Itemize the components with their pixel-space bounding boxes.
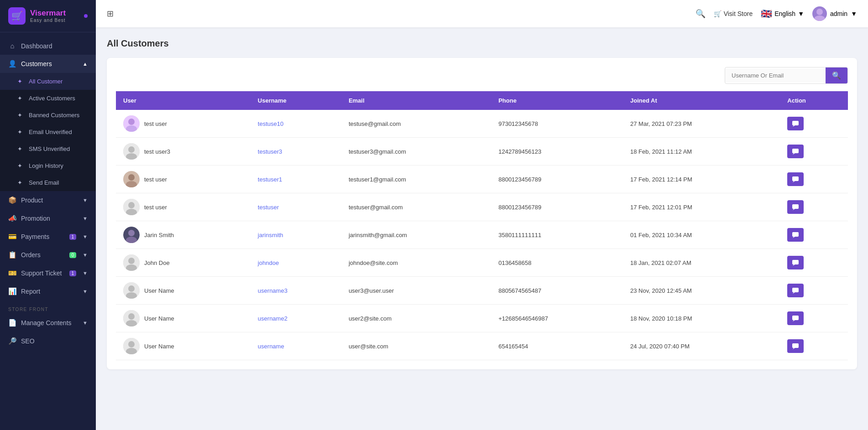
- sidebar-item-report[interactable]: 📊 Report ▼: [0, 282, 96, 300]
- search-icon[interactable]: 🔍: [695, 9, 706, 19]
- sidebar-item-banned-customers[interactable]: ✦ Banned Customers: [0, 107, 96, 124]
- username-link[interactable]: johndoe: [258, 259, 279, 266]
- sidebar-item-login-history[interactable]: ✦ Login History: [0, 157, 96, 174]
- cell-action: [780, 305, 848, 332]
- cell-email: user3@user.user: [341, 277, 491, 305]
- cell-username: username2: [251, 305, 341, 332]
- user-name: John Doe: [144, 259, 170, 266]
- action-button[interactable]: [787, 200, 804, 214]
- action-button[interactable]: [787, 256, 804, 269]
- svg-rect-5: [792, 121, 799, 125]
- orders-icon: 📋: [8, 251, 16, 259]
- product-icon: 📦: [8, 196, 16, 204]
- cell-phone: 8800123456789: [491, 193, 623, 221]
- cell-email: jarinsmith@gmail.com: [341, 221, 491, 249]
- user-name: test user: [144, 120, 167, 127]
- customers-submenu: ✦ All Customer ✦ Active Customers ✦ Bann…: [0, 73, 96, 191]
- user-cell: User Name: [123, 282, 243, 299]
- username-link[interactable]: testuser1: [258, 176, 282, 183]
- avatar: [123, 310, 140, 326]
- search-input[interactable]: [725, 68, 826, 83]
- svg-point-7: [128, 146, 135, 153]
- sidebar-item-email-unverified[interactable]: ✦ Email Unverified: [0, 124, 96, 140]
- table-row: John Doe johndoe johndoe@site.com 013645…: [116, 249, 848, 277]
- cell-username: jarinsmith: [251, 221, 341, 249]
- cart-icon: 🛒: [714, 10, 722, 17]
- username-link[interactable]: testuser3: [258, 148, 282, 155]
- topbar: ⊞ 🔍 🛒 Visit Store 🇬🇧 English ▼ admin ▼: [96, 0, 868, 27]
- sidebar-item-all-customer[interactable]: ✦ All Customer: [0, 73, 96, 90]
- message-icon: [792, 287, 799, 294]
- search-button[interactable]: 🔍: [826, 67, 847, 83]
- seo-icon: 🔎: [8, 337, 16, 345]
- username-link[interactable]: username: [258, 343, 284, 350]
- user-cell: test user: [123, 115, 243, 132]
- visit-store-button[interactable]: 🛒 Visit Store: [714, 10, 753, 17]
- sidebar-item-sms-unverified[interactable]: ✦ SMS Unverified: [0, 140, 96, 157]
- col-username: Username: [251, 91, 341, 110]
- chevron-up-icon: ▲: [83, 61, 88, 67]
- store-front-label: STORE FRONT: [0, 300, 96, 314]
- cell-phone: 654165454: [491, 332, 623, 360]
- cell-user: test user3: [116, 138, 251, 166]
- manage-contents-icon: 📄: [8, 319, 16, 327]
- svg-point-31: [128, 313, 135, 320]
- chevron-down-icon: ▼: [83, 289, 88, 294]
- sidebar-item-manage-contents[interactable]: 📄 Manage Contents ▼: [0, 314, 96, 332]
- user-cell: User Name: [123, 338, 243, 354]
- message-icon: [792, 203, 799, 211]
- username-link[interactable]: testuse10: [258, 120, 283, 127]
- admin-menu[interactable]: admin ▼: [812, 6, 857, 21]
- sidebar-item-orders[interactable]: 📋 Orders 0 ▼: [0, 246, 96, 264]
- table-header: User Username Email Phone Joined At Acti…: [116, 91, 848, 110]
- cell-action: [780, 221, 848, 249]
- main-content: All Customers 🔍 User Username Email Phon…: [96, 27, 868, 430]
- table-row: test user3 testuser3 testuser3@gmail.com…: [116, 138, 848, 166]
- message-icon: [792, 342, 799, 350]
- cell-joined: 17 Feb, 2021 12:14 PM: [623, 166, 780, 193]
- cell-user: test user: [116, 110, 251, 138]
- sub-icon: ✦: [17, 179, 22, 186]
- action-button[interactable]: [787, 228, 804, 242]
- sidebar-item-active-customers[interactable]: ✦ Active Customers: [0, 90, 96, 107]
- sidebar-item-send-email[interactable]: ✦ Send Email: [0, 174, 96, 191]
- cell-email: testuser3@gmail.com: [341, 138, 491, 166]
- avatar: [123, 199, 140, 215]
- chevron-down-icon: ▼: [83, 252, 88, 258]
- message-icon: [792, 231, 799, 238]
- sidebar-item-customers[interactable]: 👤 Customers ▲: [0, 55, 96, 73]
- table-row: User Name username3 user3@user.user 8805…: [116, 277, 848, 305]
- action-button[interactable]: [787, 311, 804, 325]
- col-action: Action: [780, 91, 848, 110]
- header-row: User Username Email Phone Joined At Acti…: [116, 91, 848, 110]
- username-link[interactable]: testuser: [258, 204, 279, 211]
- action-button[interactable]: [787, 284, 804, 297]
- sidebar-item-promotion[interactable]: 📣 Promotion ▼: [0, 209, 96, 228]
- action-button[interactable]: [787, 117, 804, 130]
- report-icon: 📊: [8, 287, 16, 295]
- sidebar-item-support-ticket[interactable]: 🎫 Support Ticket 1 ▼: [0, 264, 96, 282]
- svg-point-19: [128, 230, 135, 236]
- language-selector[interactable]: 🇬🇧 English ▼: [761, 8, 804, 19]
- sidebar-item-payments[interactable]: 💳 Payments 1 ▼: [0, 228, 96, 246]
- user-name: Jarin Smith: [144, 232, 174, 238]
- expand-icon[interactable]: ⊞: [107, 9, 114, 19]
- sub-icon: ✦: [17, 129, 22, 135]
- col-phone: Phone: [491, 91, 623, 110]
- sidebar-item-product[interactable]: 📦 Product ▼: [0, 191, 96, 209]
- action-button[interactable]: [787, 172, 804, 186]
- sub-icon: ✦: [17, 112, 22, 119]
- svg-point-23: [128, 258, 135, 264]
- sidebar-item-seo[interactable]: 🔎 SEO: [0, 332, 96, 350]
- username-link[interactable]: jarinsmith: [258, 232, 283, 238]
- cell-username: testuser1: [251, 166, 341, 193]
- sidebar-item-dashboard[interactable]: ⌂ Dashboard: [0, 37, 96, 55]
- action-button[interactable]: [787, 145, 804, 158]
- cell-action: [780, 193, 848, 221]
- username-link[interactable]: username3: [258, 287, 288, 294]
- action-button[interactable]: [787, 339, 804, 353]
- cell-email: testuser@gmail.com: [341, 193, 491, 221]
- username-link[interactable]: username2: [258, 315, 288, 322]
- logo-text: Visermart Easy and Best: [30, 9, 66, 23]
- brand-tagline: Easy and Best: [30, 18, 66, 23]
